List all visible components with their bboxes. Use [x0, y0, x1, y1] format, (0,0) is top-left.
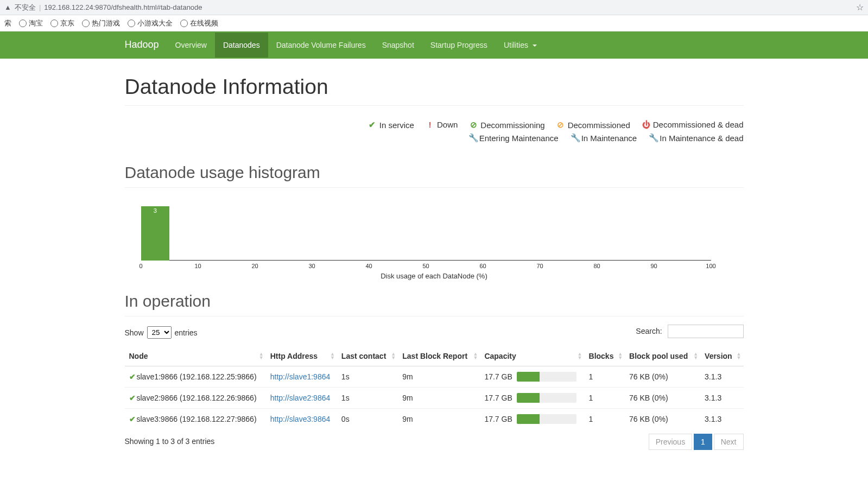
column-header[interactable]: Node▲▼ [125, 346, 266, 366]
bookmark-item[interactable]: 索 [4, 18, 11, 28]
legend-label: In Maintenance [581, 134, 637, 143]
table-search: Search: [636, 325, 743, 338]
bookmarks-bar: 索淘宝京东热门游戏小游戏大全在线视频 [0, 15, 868, 31]
cell-http: http://slave2:9864 [266, 388, 337, 409]
column-header[interactable]: Last contact▲▼ [337, 346, 398, 366]
cell-last-block: 9m [398, 366, 480, 388]
capacity-bar-fill [517, 393, 540, 403]
search-input[interactable] [668, 325, 744, 338]
legend-item: 🔧In Maintenance & dead [649, 133, 743, 143]
column-header[interactable]: Block pool used▲▼ [625, 346, 700, 366]
histogram-bar: 3 [141, 206, 170, 261]
bookmark-label: 小游戏大全 [137, 18, 173, 28]
legend-item: 🔧In Maintenance [571, 133, 637, 143]
capacity-bar-fill [517, 414, 540, 424]
table-row: ✔slave2:9866 (192.168.122.26:9866)http:/… [125, 388, 744, 409]
bookmark-item[interactable]: 热门游戏 [82, 18, 120, 28]
chart-tick: 100 [706, 263, 715, 269]
cell-last-contact: 1s [337, 388, 398, 409]
http-address-link[interactable]: http://slave2:9864 [270, 394, 331, 402]
chart-x-axis [141, 260, 711, 261]
table-row: ✔slave1:9866 (192.168.122.25:9866)http:/… [125, 366, 744, 388]
column-label: Blocks [589, 352, 614, 360]
insecure-label: 不安全 [15, 3, 36, 12]
cell-http: http://slave1:9864 [266, 366, 337, 388]
legend-status-icon: ⊘ [557, 120, 565, 130]
bookmark-item[interactable]: 小游戏大全 [128, 18, 173, 28]
chart-ticks: 0102030405060708090100 [141, 263, 711, 271]
sort-icon: ▲▼ [391, 352, 396, 360]
bookmark-item[interactable]: 京东 [50, 18, 74, 28]
legend-item: ⏻Decommissioned & dead [642, 120, 744, 129]
sort-icon: ▲▼ [693, 352, 698, 360]
http-address-link[interactable]: http://slave1:9864 [270, 372, 331, 381]
nav-snapshot[interactable]: Snapshot [374, 33, 422, 58]
search-label: Search: [636, 327, 662, 335]
column-header[interactable]: Blocks▲▼ [585, 346, 625, 366]
legend-item: 🔧Entering Maintenance [468, 133, 559, 143]
navbar-brand[interactable]: Hadoop [125, 31, 167, 58]
globe-icon [50, 20, 58, 27]
cell-blocks: 1 [585, 409, 625, 430]
pagination-page-1[interactable]: 1 [694, 434, 712, 450]
capacity-bar [517, 372, 576, 382]
bookmark-star-icon[interactable]: ☆ [856, 2, 864, 12]
sort-icon: ▲▼ [737, 352, 742, 360]
pagination-previous[interactable]: Previous [649, 434, 692, 450]
cell-node: ✔slave1:9866 (192.168.122.25:9866) [125, 366, 266, 388]
cell-last-contact: 0s [337, 409, 398, 430]
cell-capacity: 17.7 GB [480, 388, 584, 409]
column-label: Last contact [341, 352, 386, 360]
capacity-bar-fill [517, 372, 540, 382]
bookmark-label: 京东 [60, 18, 74, 28]
capacity-bar [517, 393, 576, 403]
column-header[interactable]: Http Address▲▼ [266, 346, 337, 366]
pagination-next[interactable]: Next [714, 434, 744, 450]
chart-x-label: Disk usage of each DataNode (%) [125, 272, 744, 280]
chevron-down-icon [533, 45, 537, 47]
legend-status-icon: ✔ [369, 120, 376, 130]
chart-tick: 60 [479, 263, 486, 269]
in-service-icon: ✔ [129, 415, 136, 423]
datanode-table: Node▲▼Http Address▲▼Last contact▲▼Last B… [125, 346, 744, 429]
nav-datanode-volume-failures[interactable]: Datanode Volume Failures [268, 33, 374, 58]
legend-label: Decommissioning [480, 121, 544, 130]
url-text[interactable]: 192.168.122.24:9870/dfshealth.html#tab-d… [44, 3, 202, 11]
globe-icon [128, 20, 135, 27]
chart-tick: 80 [593, 263, 600, 269]
column-header[interactable]: Capacity▲▼ [480, 346, 584, 366]
bookmark-label: 淘宝 [29, 18, 43, 28]
sort-icon: ▲▼ [578, 352, 582, 360]
nav-startup-progress[interactable]: Startup Progress [422, 33, 496, 58]
legend-label: Decommissioned [568, 121, 630, 130]
bookmark-item[interactable]: 淘宝 [19, 18, 43, 28]
cell-last-contact: 1s [337, 366, 398, 388]
column-label: Version [705, 352, 732, 360]
chart-tick: 90 [650, 263, 657, 269]
legend-item: ✔In service [369, 120, 414, 130]
column-label: Block pool used [629, 352, 688, 360]
bookmark-label: 在线视频 [190, 18, 218, 28]
chart-tick: 30 [308, 263, 315, 269]
column-label: Last Block Report [402, 352, 467, 360]
histogram-chart: 0102030405060708090100 Disk usage of eac… [125, 195, 744, 277]
cell-blocks: 1 [585, 388, 625, 409]
nav-utilities[interactable]: Utilities [496, 33, 545, 58]
browser-address-bar: ▲ 不安全 | 192.168.122.24:9870/dfshealth.ht… [0, 0, 868, 15]
main-navbar: Hadoop OverviewDatanodesDatanode Volume … [0, 31, 868, 59]
http-address-link[interactable]: http://slave3:9864 [270, 415, 331, 423]
column-header[interactable]: Version▲▼ [700, 346, 743, 366]
legend-label: In Maintenance & dead [660, 134, 743, 143]
bookmark-item[interactable]: 在线视频 [180, 18, 218, 28]
legend-item: ⊘Decommissioning [470, 120, 544, 130]
nav-overview[interactable]: Overview [167, 33, 215, 58]
length-select[interactable]: 25 [147, 326, 172, 339]
cell-version: 3.1.3 [700, 388, 743, 409]
legend-label: Down [437, 120, 458, 129]
navbar-menu: OverviewDatanodesDatanode Volume Failure… [167, 33, 545, 58]
column-header[interactable]: Last Block Report▲▼ [398, 346, 480, 366]
sort-icon: ▲▼ [473, 352, 478, 360]
length-prefix: Show [125, 328, 144, 337]
cell-pool: 76 KB (0%) [625, 409, 700, 430]
nav-datanodes[interactable]: Datanodes [215, 33, 268, 58]
